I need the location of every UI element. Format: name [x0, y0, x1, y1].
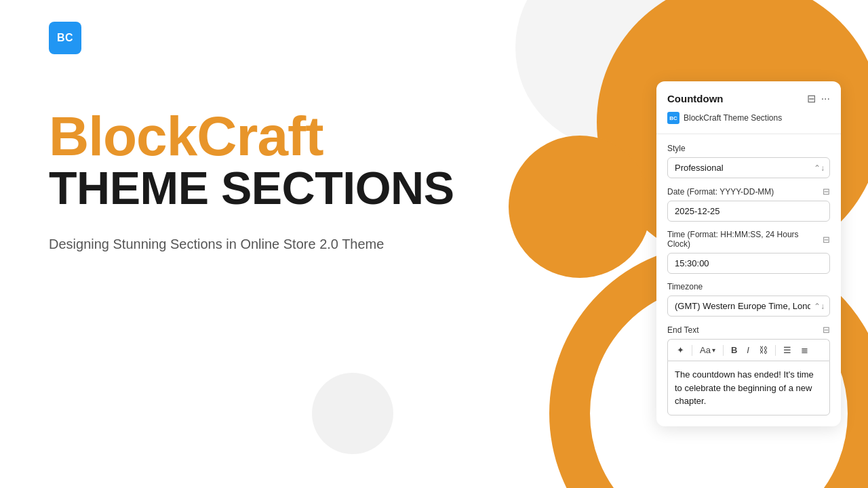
style-select[interactable]: Professional Minimal Bold Classic: [667, 157, 830, 178]
timezone-label-row: Timezone: [667, 282, 830, 291]
bold-button[interactable]: B: [728, 343, 741, 357]
settings-panel: Countdown ⊟ ··· BC BlockCraft Theme Sect…: [656, 81, 841, 426]
link-button[interactable]: ⛓: [755, 343, 771, 357]
end-text-content[interactable]: The countdown has ended! It's time to ce…: [667, 361, 830, 415]
toolbar-divider-3: [775, 345, 776, 356]
list-ul-icon: ☰: [783, 345, 791, 355]
font-dropdown-icon: ▾: [712, 346, 715, 354]
database-icon[interactable]: ⊟: [807, 92, 816, 105]
unordered-list-button[interactable]: ☰: [780, 343, 795, 357]
font-icon: Aa: [700, 345, 711, 355]
rich-text-toolbar: ✦ Aa ▾ B I ⛓ ☰ ≣: [667, 339, 830, 361]
link-icon: ⛓: [759, 345, 768, 355]
end-text-label-row: End Text ⊟: [667, 325, 830, 335]
subtitle: Designing Stunning Sections in Online St…: [49, 237, 454, 252]
toolbar-divider-1: [692, 345, 692, 356]
more-icon[interactable]: ···: [821, 93, 830, 105]
sparkle-button[interactable]: ✦: [673, 343, 688, 357]
time-label: Time (Format: HH:MM:SS, 24 Hours Clock): [667, 230, 823, 249]
bg-orange-circle: [509, 136, 651, 278]
logo-text: BC: [57, 32, 73, 44]
panel-actions: ⊟ ···: [807, 92, 830, 105]
italic-icon: I: [747, 345, 749, 355]
date-label: Date (Format: YYYY-DD-MM): [667, 187, 774, 197]
end-text-db-icon[interactable]: ⊟: [823, 325, 830, 335]
toolbar-divider-2: [723, 345, 724, 356]
list-ol-icon: ≣: [801, 345, 808, 355]
style-label: Style: [667, 144, 686, 153]
style-select-wrapper: Professional Minimal Bold Classic ⌃↓: [667, 157, 830, 178]
end-text-section: End Text ⊟ ✦ Aa ▾ B I ⛓ ☰: [667, 325, 830, 415]
timezone-select-wrapper: (GMT) Western Europe Time, Lond... (GMT+…: [667, 296, 830, 317]
italic-button[interactable]: I: [743, 343, 753, 357]
time-db-icon[interactable]: ⊟: [823, 235, 830, 245]
date-input[interactable]: [667, 201, 830, 222]
source-label: BlockCraft Theme Sections: [684, 113, 782, 123]
panel-title: Countdown: [667, 93, 723, 104]
panel-header: Countdown ⊟ ···: [667, 92, 830, 105]
time-label-row: Time (Format: HH:MM:SS, 24 Hours Clock) …: [667, 230, 830, 249]
end-text-label: End Text: [667, 325, 698, 335]
sparkle-icon: ✦: [677, 345, 684, 355]
style-label-row: Style: [667, 144, 830, 153]
logo: BC: [49, 22, 81, 54]
theme-title: THEME SECTIONS: [49, 164, 454, 212]
timezone-select[interactable]: (GMT) Western Europe Time, Lond... (GMT+…: [667, 296, 830, 317]
time-input[interactable]: [667, 253, 830, 274]
date-label-row: Date (Format: YYYY-DD-MM) ⊟: [667, 186, 830, 197]
bold-icon: B: [731, 345, 737, 355]
panel-source: BC BlockCraft Theme Sections: [667, 112, 830, 124]
source-badge-text: BC: [669, 115, 677, 121]
date-db-icon[interactable]: ⊟: [823, 186, 830, 197]
timezone-label: Timezone: [667, 282, 703, 291]
font-size-button[interactable]: Aa ▾: [696, 343, 719, 357]
brand-title: BlockCraft: [49, 108, 454, 164]
hero-section: BlockCraft THEME SECTIONS Designing Stun…: [49, 108, 454, 252]
source-badge: BC: [667, 112, 679, 124]
bg-circle-bottom: [312, 373, 393, 454]
ordered-list-button[interactable]: ≣: [797, 343, 812, 357]
divider: [656, 134, 841, 134]
